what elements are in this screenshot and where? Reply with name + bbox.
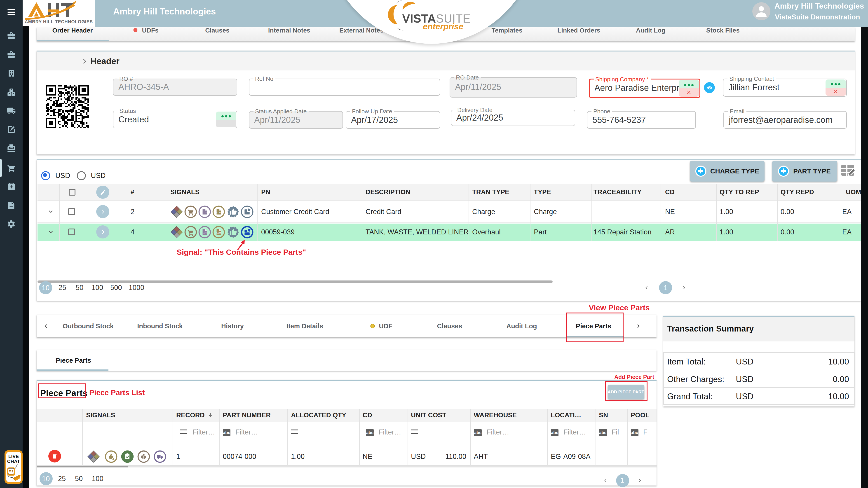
svg-text:enterprise: enterprise <box>423 22 463 31</box>
svg-text:LOR: LOR <box>216 211 221 214</box>
svg-text:LOS: LOS <box>203 231 207 234</box>
svg-text:AMBRY HILL TECHNOLOGIES: AMBRY HILL TECHNOLOGIES <box>25 19 93 24</box>
svg-text:LOS: LOS <box>203 211 207 214</box>
svg-text:LOR: LOR <box>216 231 221 234</box>
